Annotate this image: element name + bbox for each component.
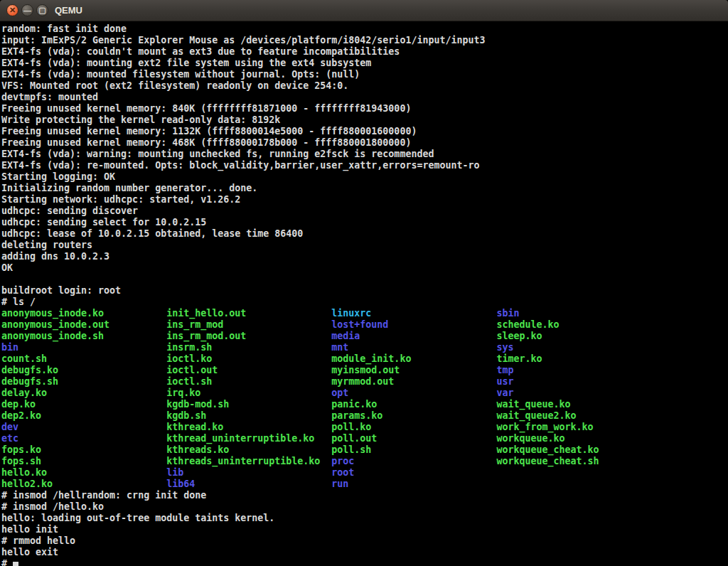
ls-column: linuxrclost+foundmediamntmodule_init.kom… bbox=[331, 308, 411, 490]
ls-entry: poll.sh bbox=[331, 444, 411, 456]
ls-entry: dep.ko bbox=[1, 399, 109, 410]
ls-entry: linuxrc bbox=[331, 308, 411, 319]
ls-entry: tmp bbox=[496, 365, 599, 376]
terminal-line: deleting routers bbox=[1, 240, 728, 251]
ls-entry: module_init.ko bbox=[331, 353, 411, 365]
terminal-line: Freeing unused kernel memory: 840K (ffff… bbox=[1, 103, 728, 114]
terminal-line: adding dns 10.0.2.3 bbox=[1, 251, 728, 262]
ls-entry: dep2.ko bbox=[1, 410, 109, 422]
terminal-line: random: fast init done bbox=[1, 23, 728, 35]
ls-entry: kthread_uninterruptible.ko bbox=[166, 433, 320, 444]
ls-entry: mnt bbox=[331, 342, 411, 353]
ls-entry: fops.sh bbox=[1, 456, 109, 467]
ls-entry: anonymous_inode.ko bbox=[1, 308, 109, 319]
ls-entry: myinsmod.out bbox=[331, 365, 411, 376]
ls-entry: workqueue_cheat.sh bbox=[496, 456, 599, 467]
close-button[interactable]: ✕ bbox=[6, 4, 18, 16]
ls-entry: kgdb.sh bbox=[166, 410, 320, 422]
ls-entry: myrmmod.out bbox=[331, 376, 411, 388]
ls-entry: media bbox=[331, 331, 411, 342]
terminal-line: Starting logging: OK bbox=[1, 171, 728, 183]
terminal-line: buildroot login: root bbox=[1, 285, 728, 297]
screen: { "window": { "title": "QEMU", "buttons"… bbox=[0, 0, 728, 566]
minimize-button[interactable]: — bbox=[21, 4, 33, 16]
ls-entry: ioctl.sh bbox=[166, 376, 320, 388]
terminal-line: Freeing unused kernel memory: 1132K (fff… bbox=[1, 126, 728, 137]
ls-entry: run bbox=[331, 479, 411, 490]
ls-entry: usr bbox=[496, 376, 599, 388]
ls-entry: schedule.ko bbox=[496, 319, 599, 331]
ls-entry: timer.ko bbox=[496, 353, 599, 365]
terminal-line: hello: loading out-of-tree module taints… bbox=[1, 513, 728, 524]
terminal-line: udhcpc: sending select for 10.0.2.15 bbox=[1, 217, 728, 228]
ls-entry: var bbox=[496, 388, 599, 399]
ls-entry: workqueue.ko bbox=[496, 433, 599, 444]
ls-entry: sbin bbox=[496, 308, 599, 319]
ls-entry: bin bbox=[1, 342, 109, 353]
ls-entry: kthread.ko bbox=[166, 422, 320, 433]
ls-entry: kthreads.ko bbox=[166, 444, 320, 456]
ls-entry: kgdb-mod.sh bbox=[166, 399, 320, 410]
ls-entry: panic.ko bbox=[331, 399, 411, 410]
terminal-cursor bbox=[13, 562, 18, 566]
maximize-icon: ▢ bbox=[38, 6, 46, 15]
terminal-line: EXT4-fs (vda): mounted filesystem withou… bbox=[1, 69, 728, 80]
ls-column: anonymous_inode.koanonymous_inode.outano… bbox=[1, 308, 109, 490]
ls-entry: ins_rm_mod.out bbox=[166, 331, 320, 342]
terminal-line: Freeing unused kernel memory: 468K (ffff… bbox=[1, 137, 728, 149]
ls-entry: lost+found bbox=[331, 319, 411, 331]
ls-entry: lib bbox=[166, 467, 320, 479]
ls-entry: poll.ko bbox=[331, 422, 411, 433]
ls-entry: hello2.ko bbox=[1, 479, 109, 490]
terminal-line: devtmpfs: mounted bbox=[1, 92, 728, 103]
terminal-line: Starting network: udhcpc: started, v1.26… bbox=[1, 194, 728, 205]
ls-entry: debugfs.ko bbox=[1, 365, 109, 376]
terminal-line: Initializing random number generator... … bbox=[1, 183, 728, 194]
window-titlebar: ✕ — ▢ QEMU bbox=[0, 0, 728, 21]
close-icon: ✕ bbox=[9, 6, 16, 15]
terminal-line: EXT4-fs (vda): mounting ext2 file system… bbox=[1, 58, 728, 69]
ls-entry: anonymous_inode.out bbox=[1, 319, 109, 331]
ls-entry: poll.out bbox=[331, 433, 411, 444]
maximize-button[interactable]: ▢ bbox=[36, 4, 48, 16]
ls-entry: sys bbox=[496, 342, 599, 353]
ls-column: sbinschedule.kosleep.kosystimer.kotmpusr… bbox=[496, 308, 599, 467]
terminal-line: Write protecting the kernel read-only da… bbox=[1, 114, 728, 126]
ls-entry: hello.ko bbox=[1, 467, 109, 479]
terminal-line: hello init bbox=[1, 524, 728, 535]
terminal-line: EXT4-fs (vda): re-mounted. Opts: block_v… bbox=[1, 160, 728, 171]
ls-entry: debugfs.sh bbox=[1, 376, 109, 388]
ls-entry: kthreads_uninterruptible.ko bbox=[166, 456, 320, 467]
terminal-line: # insmod /hellrandom: crng init done bbox=[1, 490, 728, 501]
terminal-line: # rmmod hello bbox=[1, 535, 728, 547]
ls-entry: workqueue_cheat.ko bbox=[496, 444, 599, 456]
terminal-line: # ls / bbox=[1, 297, 728, 308]
terminal-line: EXT4-fs (vda): couldn't mount as ext3 du… bbox=[1, 46, 728, 58]
terminal-line: EXT4-fs (vda): warning: mounting uncheck… bbox=[1, 149, 728, 160]
terminal-line: udhcpc: lease of 10.0.2.15 obtained, lea… bbox=[1, 228, 728, 240]
ls-entry: irq.ko bbox=[166, 388, 320, 399]
ls-entry: ins_rm_mod bbox=[166, 319, 320, 331]
ls-column: init_hello.outins_rm_modins_rm_mod.outin… bbox=[166, 308, 320, 490]
ls-entry: ioctl.ko bbox=[166, 353, 320, 365]
ls-entry: init_hello.out bbox=[166, 308, 320, 319]
ls-entry: opt bbox=[331, 388, 411, 399]
ls-entry: work_from_work.ko bbox=[496, 422, 599, 433]
ls-entry: lib64 bbox=[166, 479, 320, 490]
ls-entry: root bbox=[331, 467, 411, 479]
ls-entry: dev bbox=[1, 422, 109, 433]
ls-entry: delay.ko bbox=[1, 388, 109, 399]
ls-entry: wait_queue2.ko bbox=[496, 410, 599, 422]
terminal-line: udhcpc: sending discover bbox=[1, 205, 728, 217]
terminal-line: # bbox=[1, 558, 728, 566]
terminal-line: OK bbox=[1, 262, 728, 274]
terminal-line: hello exit bbox=[1, 547, 728, 558]
ls-entry: ioctl.out bbox=[166, 365, 320, 376]
ls-entry: count.sh bbox=[1, 353, 109, 365]
ls-entry: fops.ko bbox=[1, 444, 109, 456]
terminal-screen[interactable]: random: fast init doneinput: ImExPS/2 Ge… bbox=[0, 21, 728, 566]
ls-entry: params.ko bbox=[331, 410, 411, 422]
minimize-icon: — bbox=[23, 6, 31, 15]
terminal-line: VFS: Mounted root (ext2 filesystem) read… bbox=[1, 80, 728, 92]
terminal-line: input: ImExPS/2 Generic Explorer Mouse a… bbox=[1, 35, 728, 46]
